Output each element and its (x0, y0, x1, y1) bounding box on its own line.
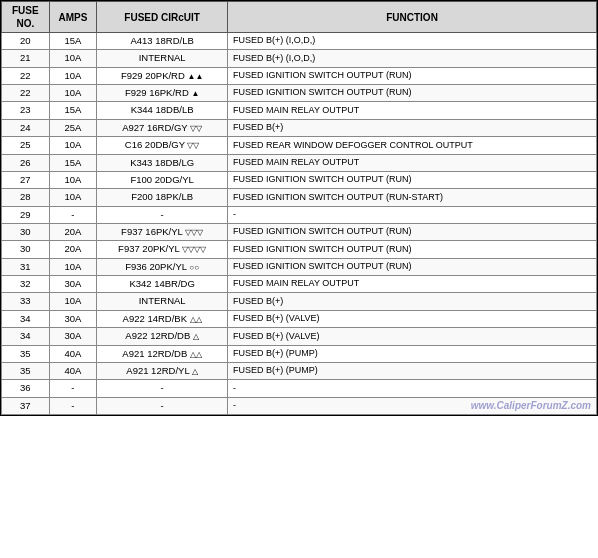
cell-fuse-no: 36 (2, 380, 50, 397)
cell-function: FUSED B(+) (VALVE) (228, 328, 597, 345)
cell-fuse-no: 21 (2, 50, 50, 67)
cell-amps: 10A (49, 293, 97, 310)
cell-function: FUSED IGNITION SWITCH OUTPUT (RUN-START) (228, 189, 597, 206)
cell-circuit: A413 18RD/LB (97, 33, 228, 50)
table-row: 29 - - - (2, 206, 597, 223)
cell-fuse-no: 35 (2, 345, 50, 362)
cell-circuit: C16 20DB/GY ▽▽ (97, 137, 228, 154)
cell-circuit: K343 18DB/LG (97, 154, 228, 171)
cell-circuit: A927 16RD/GY ▽▽ (97, 119, 228, 136)
cell-circuit: A922 12RD/DB △ (97, 328, 228, 345)
cell-circuit: K344 18DB/LB (97, 102, 228, 119)
cell-amps: 20A (49, 223, 97, 240)
cell-circuit: - (97, 380, 228, 397)
cell-amps: 10A (49, 189, 97, 206)
table-row: 35 40A A921 12RD/DB △△ FUSED B(+) (PUMP) (2, 345, 597, 362)
table-row: 34 30A A922 14RD/BK △△ FUSED B(+) (VALVE… (2, 310, 597, 327)
cell-circuit: F936 20PK/YL ○○ (97, 258, 228, 275)
header-fused-circuit: FUSED CIRcUIT (97, 2, 228, 33)
fuse-table: FUSE NO. AMPS FUSED CIRcUIT FUNCTION 20 … (1, 1, 597, 415)
cell-circuit: F200 18PK/LB (97, 189, 228, 206)
cell-fuse-no: 37 (2, 397, 50, 414)
cell-amps: 40A (49, 345, 97, 362)
cell-fuse-no: 34 (2, 328, 50, 345)
cell-fuse-no: 25 (2, 137, 50, 154)
table-row: 30 20A F937 20PK/YL ▽▽▽▽ FUSED IGNITION … (2, 241, 597, 258)
table-row: 33 10A INTERNAL FUSED B(+) (2, 293, 597, 310)
cell-function: FUSED IGNITION SWITCH OUTPUT (RUN) (228, 171, 597, 188)
cell-function: FUSED B(+) (VALVE) (228, 310, 597, 327)
cell-circuit: A921 12RD/DB △△ (97, 345, 228, 362)
cell-function: FUSED REAR WINDOW DEFOGGER CONTROL OUTPU… (228, 137, 597, 154)
table-row: 22 10A F929 16PK/RD ▲ FUSED IGNITION SWI… (2, 85, 597, 102)
cell-fuse-no: 30 (2, 223, 50, 240)
table-row: 30 20A F937 16PK/YL ▽▽▽ FUSED IGNITION S… (2, 223, 597, 240)
table-row: 23 15A K344 18DB/LB FUSED MAIN RELAY OUT… (2, 102, 597, 119)
cell-fuse-no: 30 (2, 241, 50, 258)
cell-amps: 30A (49, 276, 97, 293)
table-row: 25 10A C16 20DB/GY ▽▽ FUSED REAR WINDOW … (2, 137, 597, 154)
cell-function: FUSED MAIN RELAY OUTPUT (228, 154, 597, 171)
cell-fuse-no: 22 (2, 85, 50, 102)
cell-circuit: K342 14BR/DG (97, 276, 228, 293)
cell-amps: - (49, 206, 97, 223)
cell-function: FUSED IGNITION SWITCH OUTPUT (RUN) (228, 258, 597, 275)
table-row: 24 25A A927 16RD/GY ▽▽ FUSED B(+) (2, 119, 597, 136)
cell-circuit: F937 16PK/YL ▽▽▽ (97, 223, 228, 240)
cell-fuse-no: 27 (2, 171, 50, 188)
cell-amps: 15A (49, 154, 97, 171)
cell-function: FUSED MAIN RELAY OUTPUT (228, 276, 597, 293)
cell-function: - (228, 206, 597, 223)
cell-amps: 20A (49, 241, 97, 258)
cell-fuse-no: 35 (2, 363, 50, 380)
table-row: 27 10A F100 20DG/YL FUSED IGNITION SWITC… (2, 171, 597, 188)
cell-fuse-no: 23 (2, 102, 50, 119)
cell-amps: 10A (49, 258, 97, 275)
cell-function: FUSED B(+) (I,O,D,) (228, 33, 597, 50)
cell-circuit: INTERNAL (97, 50, 228, 67)
cell-fuse-no: 22 (2, 67, 50, 84)
table-row: 20 15A A413 18RD/LB FUSED B(+) (I,O,D,) (2, 33, 597, 50)
table-row: 32 30A K342 14BR/DG FUSED MAIN RELAY OUT… (2, 276, 597, 293)
cell-function: - (228, 380, 597, 397)
cell-fuse-no: 34 (2, 310, 50, 327)
cell-function: FUSED IGNITION SWITCH OUTPUT (RUN) (228, 223, 597, 240)
fuse-table-container: FUSE NO. AMPS FUSED CIRcUIT FUNCTION 20 … (0, 0, 598, 416)
cell-amps: 30A (49, 328, 97, 345)
cell-circuit: F929 20PK/RD ▲▲ (97, 67, 228, 84)
cell-amps: 15A (49, 102, 97, 119)
cell-circuit: F929 16PK/RD ▲ (97, 85, 228, 102)
cell-amps: 10A (49, 171, 97, 188)
cell-fuse-no: 32 (2, 276, 50, 293)
cell-function: FUSED B(+) (PUMP) (228, 345, 597, 362)
cell-amps: 10A (49, 137, 97, 154)
cell-function: FUSED IGNITION SWITCH OUTPUT (RUN) (228, 85, 597, 102)
cell-function: FUSED B(+) (PUMP) (228, 363, 597, 380)
cell-circuit: INTERNAL (97, 293, 228, 310)
cell-function: FUSED MAIN RELAY OUTPUT (228, 102, 597, 119)
table-row: 28 10A F200 18PK/LB FUSED IGNITION SWITC… (2, 189, 597, 206)
cell-amps: 15A (49, 33, 97, 50)
cell-fuse-no: 29 (2, 206, 50, 223)
watermark: www.CaliperForumZ.com (471, 400, 591, 411)
cell-amps: 25A (49, 119, 97, 136)
cell-circuit: - (97, 397, 228, 414)
cell-amps: - (49, 380, 97, 397)
table-row: 22 10A F929 20PK/RD ▲▲ FUSED IGNITION SW… (2, 67, 597, 84)
header-amps: AMPS (49, 2, 97, 33)
cell-function: FUSED B(+) (228, 119, 597, 136)
table-row: 34 30A A922 12RD/DB △ FUSED B(+) (VALVE) (2, 328, 597, 345)
cell-function: FUSED B(+) (I,O,D,) (228, 50, 597, 67)
table-row: 36 - - - (2, 380, 597, 397)
table-row: 35 40A A921 12RD/YL △ FUSED B(+) (PUMP) (2, 363, 597, 380)
cell-function: FUSED IGNITION SWITCH OUTPUT (RUN) (228, 67, 597, 84)
table-row: 26 15A K343 18DB/LG FUSED MAIN RELAY OUT… (2, 154, 597, 171)
cell-amps: 10A (49, 67, 97, 84)
cell-amps: 10A (49, 85, 97, 102)
cell-fuse-no: 33 (2, 293, 50, 310)
cell-fuse-no: 28 (2, 189, 50, 206)
cell-fuse-no: 24 (2, 119, 50, 136)
cell-function: FUSED IGNITION SWITCH OUTPUT (RUN) (228, 241, 597, 258)
cell-circuit: A921 12RD/YL △ (97, 363, 228, 380)
cell-amps: - (49, 397, 97, 414)
